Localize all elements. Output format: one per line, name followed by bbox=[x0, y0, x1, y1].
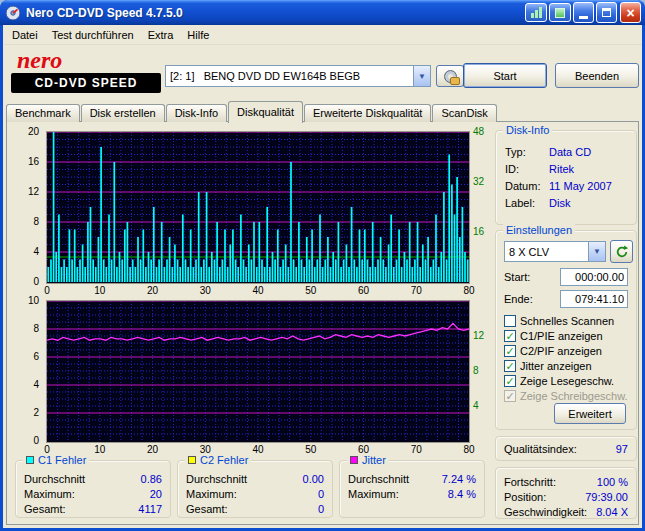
start-field[interactable]: 000:00.00 bbox=[560, 268, 628, 286]
checkbox-label: Zeige Lesegeschw. bbox=[520, 375, 614, 387]
titlebar-extra-button-2[interactable] bbox=[549, 3, 571, 22]
axis-tick: 8 bbox=[33, 216, 39, 227]
disk-info-value: Disk bbox=[549, 197, 570, 209]
tab-diskqualit-t[interactable]: Diskqualität bbox=[228, 101, 303, 123]
tab-disk-info[interactable]: Disk-Info bbox=[166, 104, 227, 122]
titlebar-extra-button-1[interactable] bbox=[525, 3, 547, 22]
app-icon bbox=[5, 5, 21, 21]
close-button[interactable]: × bbox=[620, 2, 641, 23]
minimize-button[interactable] bbox=[573, 2, 594, 23]
stats-row: Maximum:20 bbox=[24, 486, 162, 501]
stats-row: Maximum:0 bbox=[186, 486, 324, 501]
checkbox-box[interactable]: ✓ bbox=[504, 330, 516, 342]
disk-info-label: ID: bbox=[505, 163, 549, 175]
stats-label: Durchschnitt bbox=[348, 473, 409, 485]
chart-jitter bbox=[47, 301, 469, 442]
disk-info-label: Label: bbox=[505, 197, 549, 209]
disk-info-title: Disk-Info bbox=[503, 124, 552, 136]
disk-info-group: Disk-Info Typ:Data CDID:RitekDatum:11 Ma… bbox=[495, 130, 637, 225]
disc-hand-icon bbox=[444, 70, 457, 83]
start-button[interactable]: Start bbox=[463, 63, 547, 88]
checkbox-zeige-schreibgeschw[interactable]: ✓Zeige Schreibgeschw. bbox=[504, 388, 634, 403]
stats-label: Durchschnitt bbox=[186, 473, 247, 485]
axis-tick: 80 bbox=[460, 285, 478, 296]
axis-tick: 50 bbox=[302, 444, 320, 455]
checkbox-jitter-anzeigen[interactable]: ✓Jitter anzeigen bbox=[504, 358, 634, 373]
tab-scandisk[interactable]: ScanDisk bbox=[432, 104, 496, 122]
checkbox-box[interactable]: ✓ bbox=[504, 360, 516, 372]
checkbox-label: Schnelles Scannen bbox=[520, 315, 614, 327]
settings-checkbox-list: Schnelles Scannen✓C1/PIE anzeigen✓C2/PIF… bbox=[504, 313, 634, 403]
stats-value: 7.24 % bbox=[442, 473, 476, 485]
checkbox-box: ✓ bbox=[504, 390, 516, 402]
tab-benchmark[interactable]: Benchmark bbox=[6, 104, 80, 122]
menu-bar: DateiTest durchführenExtraHilfe bbox=[3, 25, 642, 45]
maximize-button[interactable] bbox=[596, 2, 617, 23]
drive-select[interactable]: [2: 1] BENQ DVD DD EW164B BEGB ▼ bbox=[165, 65, 431, 87]
eject-disc-button[interactable] bbox=[436, 65, 464, 87]
disk-info-value: Ritek bbox=[549, 163, 574, 175]
disk-info-label: Typ: bbox=[505, 146, 549, 158]
checkbox-box[interactable]: ✓ bbox=[504, 345, 516, 357]
axis-tick: 8 bbox=[473, 365, 479, 376]
stats-label: Durchschnitt bbox=[24, 473, 85, 485]
title-bar[interactable]: Nero CD-DVD Speed 4.7.5.0 × bbox=[0, 0, 645, 25]
progress-value: 8.04 X bbox=[596, 506, 628, 518]
checkbox-c1-pie-anzeigen[interactable]: ✓C1/PIE anzeigen bbox=[504, 328, 634, 343]
axis-tick: 16 bbox=[473, 226, 484, 237]
axis-tick: 10 bbox=[91, 444, 109, 455]
quality-index-label: Qualitätsindex: bbox=[504, 443, 577, 455]
tab-disk-erstellen[interactable]: Disk erstellen bbox=[81, 104, 165, 122]
stats-rows: Durchschnitt7.24 %Maximum:8.4 % bbox=[340, 461, 484, 501]
refresh-speed-button[interactable] bbox=[610, 240, 633, 263]
stats-title: Jitter bbox=[347, 454, 389, 466]
checkbox-box[interactable]: ✓ bbox=[504, 375, 516, 387]
stats-label: Maximum: bbox=[24, 488, 75, 500]
axis-tick: 8 bbox=[33, 323, 39, 334]
quit-button[interactable]: Beenden bbox=[555, 63, 639, 88]
menu-item-extra[interactable]: Extra bbox=[141, 27, 181, 43]
axis-tick: 16 bbox=[28, 156, 39, 167]
progress-group: Fortschritt:100 %Position:79:39.00Geschw… bbox=[495, 467, 637, 519]
progress-row: Position:79:39.00 bbox=[504, 489, 628, 504]
start-field-label: Start: bbox=[504, 271, 530, 283]
tab-erweiterte-diskqualit-t[interactable]: Erweiterte Diskqualität bbox=[304, 104, 431, 122]
axis-tick: 50 bbox=[302, 285, 320, 296]
checkbox-box[interactable] bbox=[504, 315, 516, 327]
axis-tick: 4 bbox=[33, 379, 39, 390]
quality-index-value: 97 bbox=[616, 443, 628, 455]
menu-item-hilfe[interactable]: Hilfe bbox=[180, 27, 216, 43]
quality-index-group: Qualitätsindex: 97 bbox=[495, 436, 637, 461]
drive-select-value: [2: 1] BENQ DVD DD EW164B BEGB bbox=[166, 66, 413, 86]
axis-tick: 0 bbox=[38, 285, 56, 296]
checkbox-label: Zeige Schreibgeschw. bbox=[520, 390, 628, 402]
stats-title-text: C2 Fehler bbox=[200, 454, 248, 466]
disk-info-value: 11 May 2007 bbox=[549, 180, 612, 192]
app-window: Nero CD-DVD Speed 4.7.5.0 × DateiTest du… bbox=[0, 0, 645, 531]
menu-item-datei[interactable]: Datei bbox=[5, 27, 45, 43]
checkbox-zeige-lesegeschw[interactable]: ✓Zeige Lesegeschw. bbox=[504, 373, 634, 388]
checkbox-label: Jitter anzeigen bbox=[520, 360, 592, 372]
window-title: Nero CD-DVD Speed 4.7.5.0 bbox=[26, 6, 523, 20]
menu-item-test-durchf-hren[interactable]: Test durchführen bbox=[45, 27, 141, 43]
chart-bars-icon bbox=[531, 7, 542, 18]
axis-tick: 20 bbox=[144, 285, 162, 296]
checkbox-schnelles-scannen[interactable]: Schnelles Scannen bbox=[504, 313, 634, 328]
diskquality-tab-content: 048121620 163248 01020304050607080 02468… bbox=[6, 121, 639, 525]
axis-tick: 40 bbox=[249, 444, 267, 455]
end-field[interactable]: 079:41.10 bbox=[560, 290, 628, 308]
disk-info-value: Data CD bbox=[549, 146, 591, 158]
axis-tick: 70 bbox=[407, 444, 425, 455]
chevron-down-icon[interactable]: ▼ bbox=[588, 242, 605, 261]
chevron-down-icon[interactable]: ▼ bbox=[413, 66, 430, 86]
axis-tick: 80 bbox=[460, 444, 478, 455]
checkbox-label: C2/PIF anzeigen bbox=[520, 345, 602, 357]
speed-select[interactable]: 8 X CLV ▼ bbox=[504, 241, 606, 262]
stats-label: Gesamt: bbox=[24, 503, 66, 515]
start-position-row: Start: 000:00.00 bbox=[504, 267, 628, 287]
speed-select-value: 8 X CLV bbox=[505, 242, 588, 261]
advanced-button[interactable]: Erweitert bbox=[554, 403, 626, 424]
settings-group: Einstellungen 8 X CLV ▼ Start: 000:00.00 bbox=[495, 230, 637, 430]
stats-row: Gesamt:0 bbox=[186, 501, 324, 516]
checkbox-c2-pif-anzeigen[interactable]: ✓C2/PIF anzeigen bbox=[504, 343, 634, 358]
